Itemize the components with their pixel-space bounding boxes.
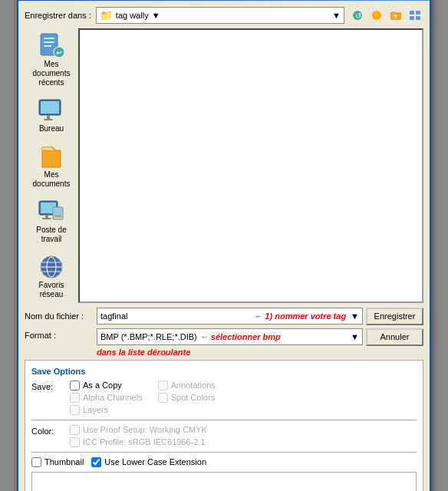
format-annotation2: dans la liste déroulante [97, 348, 190, 357]
filename-annotation: ← 1) nommer votre tag [254, 311, 346, 321]
svg-text:↺: ↺ [355, 12, 361, 20]
svg-rect-19 [47, 115, 50, 119]
svg-rect-9 [416, 16, 420, 20]
my-docs-icon [38, 143, 65, 170]
cancel-button[interactable]: Annuler [366, 328, 423, 346]
lowercase-checkbox[interactable] [91, 457, 101, 467]
format-section: BMP (*.BMP;*.RLE;*.DIB) ← sélectionner b… [97, 328, 423, 357]
folder-icon: 📁 [100, 9, 113, 21]
annotations-checkbox[interactable] [158, 381, 168, 390]
location-combo[interactable]: 📁 tag wally ▼ ▼ [96, 7, 344, 24]
icc-profile-checkbox[interactable] [70, 437, 80, 447]
left-checks: As a Copy Alpha Channels Layers [70, 381, 143, 415]
sidebar: ↩ Mes documents récents Bureau [25, 28, 78, 303]
recent-docs-icon: ↩ [38, 32, 65, 60]
layers-label: Layers [83, 405, 108, 414]
toolbar-actions: ↺ ↑ + [349, 7, 423, 24]
computer-label: Poste de travail [27, 226, 76, 244]
back-button[interactable]: ↺ [349, 7, 366, 24]
format-value: BMP (*.BMP;*.RLE;*.DIB) [100, 332, 197, 341]
filename-dropdown-arrow: ▼ [351, 311, 359, 321]
up-button[interactable]: ↑ [368, 7, 385, 24]
svg-rect-27 [42, 218, 51, 219]
format-label: Format : [25, 328, 94, 340]
file-area [78, 28, 423, 303]
icc-profile-label: ICC Profile: sRGB IEC61966-2.1 [83, 437, 206, 447]
bottom-textbox[interactable] [31, 472, 417, 492]
sidebar-item-recent[interactable]: ↩ Mes documents récents [25, 28, 78, 91]
view-menu-button[interactable] [407, 7, 423, 24]
location-bar: Enregistrer dans : 📁 tag wally ▼ ▼ ↺ ↑ + [25, 7, 423, 24]
svg-rect-6 [410, 11, 414, 15]
svg-rect-7 [416, 11, 420, 15]
save-button[interactable]: Enregistrer [366, 308, 423, 325]
as-copy-row: As a Copy [70, 381, 143, 390]
svg-text:↩: ↩ [56, 49, 62, 57]
svg-text:↑: ↑ [374, 12, 378, 20]
filename-label: Nom du fichier : [25, 311, 94, 321]
thumbnail-checkbox[interactable] [31, 457, 41, 467]
save-options-title: Save Options [31, 367, 417, 376]
color-checks: Use Proof Setup: Working CMYK ICC Profil… [70, 425, 207, 447]
desktop-icon [38, 97, 65, 124]
right-checks: Annotations Spot Colors [158, 381, 216, 415]
network-icon [38, 253, 65, 281]
svg-rect-8 [410, 16, 414, 20]
save-checks-cols: As a Copy Alpha Channels Layers [70, 381, 417, 415]
lowercase-check-row: Use Lower Case Extension [91, 457, 206, 467]
svg-rect-12 [44, 38, 54, 39]
svg-rect-31 [54, 216, 61, 217]
sidebar-item-mydocs[interactable]: Mes documents [25, 139, 78, 193]
format-input-row: BMP (*.BMP;*.RLE;*.DIB) ← sélectionner b… [97, 328, 423, 346]
save-checks-row: Save: As a Copy Alpha Channels [31, 381, 417, 415]
as-copy-checkbox[interactable] [70, 381, 80, 390]
sidebar-item-desktop[interactable]: Bureau [25, 93, 78, 137]
filename-input-wrapper[interactable]: ← 1) nommer votre tag ▼ [97, 308, 363, 325]
alpha-channels-checkbox[interactable] [70, 393, 80, 403]
color-row: Color: Use Proof Setup: Working CMYK ICC… [31, 425, 417, 447]
spot-colors-label: Spot Colors [171, 393, 215, 402]
as-copy-label: As a Copy [83, 381, 122, 390]
svg-rect-30 [54, 215, 61, 216]
annotations-label: Annotations [171, 381, 216, 390]
lowercase-label: Use Lower Case Extension [104, 457, 206, 466]
svg-rect-29 [54, 208, 62, 214]
annotations-row: Annotations [158, 381, 216, 390]
desktop-label: Bureau [39, 124, 64, 133]
recent-docs-label: Mes documents récents [27, 60, 76, 87]
combo-arrow: ▼ [332, 11, 341, 20]
spot-colors-checkbox[interactable] [158, 393, 168, 403]
svg-rect-20 [44, 119, 53, 120]
layers-row: Layers [70, 405, 143, 415]
sidebar-item-network[interactable]: Favoris réseau [25, 249, 78, 303]
format-annotation2-row: dans la liste déroulante [97, 348, 423, 357]
file-panel: ↩ Mes documents récents Bureau [25, 28, 423, 303]
color-label: Color: [31, 425, 70, 436]
save-as-dialog: Save As ? ✕ Enregistrer dans : 📁 tag wal… [17, 0, 431, 491]
format-input-wrapper[interactable]: BMP (*.BMP;*.RLE;*.DIB) ← sélectionner b… [97, 328, 363, 345]
proof-setup-label: Use Proof Setup: Working CMYK [83, 425, 207, 434]
filename-input[interactable] [100, 311, 251, 321]
svg-rect-13 [44, 41, 54, 43]
format-dropdown-arrow: ▼ [351, 332, 359, 341]
layers-checkbox[interactable] [70, 405, 80, 415]
divider1 [31, 420, 417, 420]
new-folder-button[interactable]: + [387, 7, 404, 24]
save-label: Save: [31, 381, 70, 391]
thumbnail-label: Thumbnail [44, 457, 84, 466]
my-docs-label: Mes documents [27, 170, 76, 189]
format-row: Format : BMP (*.BMP;*.RLE;*.DIB) ← sélec… [25, 328, 423, 357]
alpha-channels-label: Alpha Channels [83, 393, 143, 402]
sidebar-item-computer[interactable]: Poste de travail [25, 194, 78, 248]
location-value: 📁 tag wally ▼ [100, 9, 160, 21]
spot-colors-row: Spot Colors [158, 393, 216, 403]
thumbnail-check-row: Thumbnail [31, 457, 84, 467]
network-label: Favoris réseau [27, 281, 76, 299]
proof-setup-checkbox[interactable] [70, 425, 80, 435]
icc-profile-row: ICC Profile: sRGB IEC61966-2.1 [70, 437, 207, 447]
svg-rect-18 [41, 101, 59, 114]
dialog-body: Enregistrer dans : 📁 tag wally ▼ ▼ ↺ ↑ + [18, 1, 430, 492]
alpha-channels-row: Alpha Channels [70, 393, 143, 403]
svg-rect-14 [44, 45, 51, 47]
svg-rect-26 [45, 215, 48, 218]
